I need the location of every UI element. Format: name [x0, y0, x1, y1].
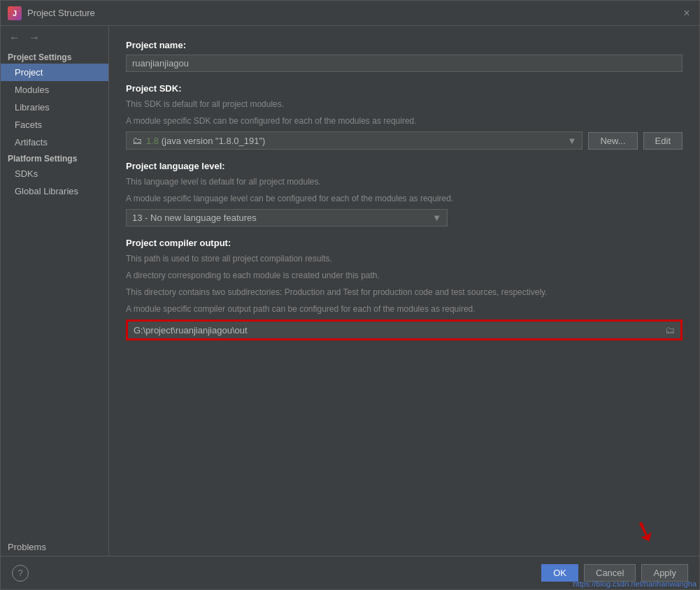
project-sdk-desc1: This SDK is default for all project modu… — [126, 98, 683, 110]
forward-button[interactable]: → — [26, 30, 43, 45]
sidebar-item-sdks[interactable]: SDKs — [1, 165, 108, 182]
project-sdk-label: Project SDK: — [126, 83, 683, 94]
language-level-label: Project language level: — [126, 161, 683, 171]
sidebar-spacer — [1, 200, 108, 538]
project-name-group: Project name: — [126, 40, 683, 72]
platform-settings-label: Platform Settings — [1, 151, 108, 165]
sdk-row: 🗂 1.8 (java version "1.8.0_191") ▼ New..… — [126, 131, 683, 150]
sidebar-item-artifacts[interactable]: Artifacts — [1, 134, 108, 151]
compiler-output-group: Project compiler output: This path is us… — [126, 238, 683, 340]
bottom-bar: ? OK Cancel Apply https://blog.csdn.net/… — [1, 556, 699, 589]
main-panel: Project name: Project SDK: This SDK is d… — [109, 26, 699, 556]
language-level-value: 13 - No new language features — [132, 213, 257, 223]
sidebar: ← → Project Settings Project Modules Lib… — [1, 26, 109, 556]
compiler-desc4: A module specific compiler output path c… — [126, 303, 683, 315]
project-structure-dialog: J Project Structure × ← → Project Settin… — [0, 0, 700, 590]
close-button[interactable]: × — [681, 8, 692, 19]
language-level-dropdown[interactable]: 13 - No new language features ▼ — [126, 209, 448, 226]
compiler-desc3: This directory contains two subdirectori… — [126, 286, 683, 298]
compiler-desc2: A directory corresponding to each module… — [126, 269, 683, 282]
sdk-dropdown-arrow-icon: ▼ — [568, 136, 577, 146]
compiler-output-label: Project compiler output: — [126, 238, 683, 248]
url-hint: https://blog.csdn.net/hanhanwangha — [570, 578, 699, 589]
project-settings-label: Project Settings — [1, 50, 108, 64]
sdk-new-button[interactable]: New... — [588, 132, 637, 150]
compiler-output-input[interactable] — [134, 325, 665, 336]
project-sdk-desc2: A module specific SDK can be configured … — [126, 115, 683, 127]
project-sdk-group: Project SDK: This SDK is default for all… — [126, 83, 683, 150]
sidebar-item-global-libraries[interactable]: Global Libraries — [1, 182, 108, 200]
language-level-desc1: This language level is default for all p… — [126, 175, 683, 188]
help-button[interactable]: ? — [12, 565, 29, 582]
sidebar-item-project[interactable]: Project — [1, 64, 108, 81]
sdk-dropdown[interactable]: 🗂 1.8 (java version "1.8.0_191") ▼ — [126, 131, 583, 150]
language-dropdown-arrow-icon: ▼ — [432, 213, 441, 223]
language-level-group: Project language level: This language le… — [126, 161, 683, 226]
compiler-desc1: This path is used to store all project c… — [126, 252, 683, 265]
dialog-title: Project Structure — [27, 8, 681, 18]
back-button[interactable]: ← — [6, 30, 23, 45]
language-level-desc2: A module specific language level can be … — [126, 192, 683, 205]
compiler-folder-icon[interactable]: 🗂 — [665, 324, 675, 336]
sdk-edit-button[interactable]: Edit — [643, 132, 683, 150]
title-bar: J Project Structure × — [1, 1, 699, 26]
content-area: ← → Project Settings Project Modules Lib… — [1, 26, 699, 556]
sidebar-item-facets[interactable]: Facets — [1, 116, 108, 134]
project-name-label: Project name: — [126, 40, 683, 50]
sidebar-item-problems[interactable]: Problems — [1, 538, 108, 556]
sidebar-item-libraries[interactable]: Libraries — [1, 99, 108, 116]
nav-buttons: ← → — [1, 26, 108, 50]
sdk-folder-icon: 🗂 — [132, 135, 142, 146]
project-name-input[interactable] — [126, 55, 683, 72]
app-icon: J — [8, 6, 22, 20]
compiler-output-field: 🗂 — [126, 319, 683, 340]
sdk-version: 1.8 (java version "1.8.0_191") — [146, 136, 265, 146]
sidebar-item-modules[interactable]: Modules — [1, 81, 108, 99]
